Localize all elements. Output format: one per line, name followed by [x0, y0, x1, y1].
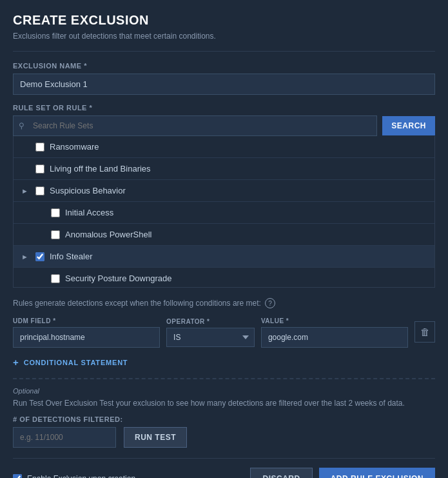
value-field-input[interactable] [261, 327, 408, 348]
rule-item: Ransomware [14, 136, 434, 158]
optional-label: Optional [13, 387, 435, 395]
delete-condition-button[interactable]: 🗑 [414, 321, 435, 343]
add-exclusion-button[interactable]: ADD RULE EXCLUSION [319, 468, 435, 478]
plus-icon: + [13, 357, 19, 368]
chevron-placeholder [37, 209, 48, 217]
rule-label-initial-access: Initial Access [65, 208, 113, 217]
rule-label: Ransomware [50, 142, 99, 152]
page-subtitle: Exclusions filter out detections that me… [13, 32, 435, 41]
chevron-placeholder [37, 275, 48, 283]
rule-label-security-posture: Security Posture Downgrade [65, 274, 171, 283]
rule-checkbox-suspicious-behavior[interactable] [35, 186, 44, 195]
detections-input[interactable] [13, 427, 116, 448]
rule-checkbox-ransomware[interactable] [35, 143, 44, 152]
rule-item-indented: Anomalous PowerShell [14, 224, 434, 246]
run-test-button[interactable]: RUN TEST [124, 427, 187, 448]
udm-field-col: UDM FIELD * [13, 317, 160, 348]
rule-search-input[interactable] [13, 115, 377, 136]
exclusion-name-input[interactable] [13, 74, 435, 95]
rule-label: Living off the Land Binaries [50, 164, 151, 174]
chevron-placeholder [21, 143, 33, 151]
enable-exclusion-checkbox[interactable] [13, 474, 22, 478]
enable-row: Enable Exclusion upon creation [13, 474, 135, 478]
rule-list: Ransomware Living off the Land Binaries … [13, 136, 435, 288]
add-condition-label: CONDITIONAL STATEMENT [24, 359, 128, 366]
delete-col: 🗑 [414, 321, 435, 344]
expand-chevron-info-stealer[interactable]: ► [21, 253, 33, 261]
run-test-row: RUN TEST [13, 427, 435, 448]
rule-item-indented: Initial Access [14, 202, 434, 224]
checkbox-wrap [35, 252, 44, 261]
rule-item: ► Suspicious Behavior [14, 180, 434, 202]
top-divider [13, 51, 435, 52]
udm-field-label: UDM FIELD * [13, 317, 160, 324]
rule-label-suspicious-behavior: Suspicious Behavior [50, 186, 126, 195]
operator-label: OPERATOR * [166, 318, 255, 325]
page-title: CREATE EXCLUSION [13, 13, 435, 28]
detections-label: # OF DETECTIONS FILTERED: [13, 415, 435, 423]
search-row: ⚲ SEARCH [13, 115, 435, 136]
expand-chevron-suspicious[interactable]: ► [21, 187, 33, 195]
help-icon[interactable]: ? [265, 298, 275, 308]
chevron-placeholder [37, 231, 48, 239]
rule-checkbox-initial-access[interactable] [51, 208, 60, 217]
fields-row: UDM FIELD * OPERATOR * IS IS NOT CONTAIN… [13, 317, 435, 348]
rule-checkbox-anomalous-powershell[interactable] [51, 230, 60, 239]
checkbox-wrap [51, 274, 60, 283]
checkbox-wrap [35, 164, 44, 174]
rule-checkbox-info-stealer[interactable] [35, 252, 44, 261]
chevron-placeholder [21, 165, 33, 173]
search-input-wrap: ⚲ [13, 115, 377, 136]
checkbox-wrap [35, 143, 44, 152]
udm-field-input[interactable] [13, 327, 160, 348]
conditions-text: Rules generate detections except when th… [13, 299, 261, 308]
dashed-divider [13, 378, 435, 379]
rule-item-indented: Security Posture Downgrade [14, 268, 434, 288]
add-condition-row[interactable]: + CONDITIONAL STATEMENT [13, 357, 435, 368]
rule-item-info-stealer: ► Info Stealer [14, 246, 434, 268]
rule-label-anomalous-powershell: Anomalous PowerShell [65, 230, 151, 239]
search-button[interactable]: SEARCH [382, 116, 435, 135]
value-col: VALUE * [261, 317, 408, 348]
exclusion-name-label: EXCLUSION NAME * [13, 62, 435, 70]
bottom-bar: Enable Exclusion upon creation DISCARD A… [13, 458, 435, 478]
rule-checkbox-security-posture[interactable] [51, 274, 60, 283]
value-field-label: VALUE * [261, 317, 408, 324]
checkbox-wrap [51, 230, 60, 239]
search-icon: ⚲ [19, 121, 24, 130]
rule-checkbox-living-off-land[interactable] [35, 164, 44, 174]
conditions-info: Rules generate detections except when th… [13, 298, 435, 308]
operator-col: OPERATOR * IS IS NOT CONTAINS STARTS WIT… [166, 318, 255, 347]
discard-button[interactable]: DISCARD [250, 468, 312, 478]
checkbox-wrap [51, 208, 60, 217]
action-buttons: DISCARD ADD RULE EXCLUSION [250, 468, 435, 478]
checkbox-wrap [35, 186, 44, 195]
enable-label: Enable Exclusion upon creation [27, 474, 135, 478]
operator-select[interactable]: IS IS NOT CONTAINS STARTS WITH ENDS WITH [166, 328, 255, 347]
rule-item: Living off the Land Binaries [14, 158, 434, 180]
run-test-description: Run Test Over Exclusion Test your exclus… [13, 397, 435, 409]
rule-label-info-stealer: Info Stealer [50, 252, 93, 261]
rule-set-label: RULE SET OR RULE * [13, 104, 435, 112]
